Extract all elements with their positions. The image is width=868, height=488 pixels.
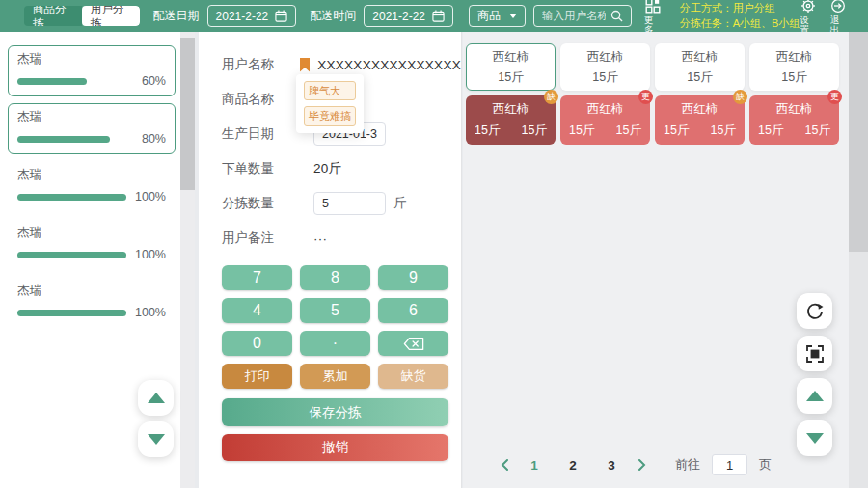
fullscreen-icon [806, 345, 824, 363]
tab-product-sorting[interactable]: 商品分拣 [24, 6, 82, 26]
user-name: 杰瑞 [17, 109, 166, 125]
backspace-icon [403, 337, 424, 351]
sidebar-scrollbar-thumb[interactable] [180, 38, 195, 190]
card-product-name: 西红柿 [493, 49, 529, 66]
task-card-sorted[interactable]: 缺 西红柿 15斤 15斤 [466, 95, 556, 145]
panel-scrollbar-thumb[interactable] [849, 32, 868, 252]
card-product-name: 西红柿 [749, 101, 839, 118]
page-unit-label: 页 [759, 456, 772, 474]
more-button[interactable]: 更多 [644, 0, 662, 34]
card-qty-sorted: 15斤 [805, 122, 830, 139]
user-remark-label: 用户备注 [222, 230, 313, 247]
page-number-2[interactable]: 2 [554, 458, 592, 473]
card-qty-ordered: 15斤 [664, 122, 689, 139]
pending-cards: 西红柿 15斤 西红柿 15斤 西红柿 15斤 西红柿 15斤 [466, 43, 839, 91]
chevron-down-icon [509, 14, 517, 18]
card-qty-ordered: 15斤 [569, 122, 594, 139]
search-input[interactable]: 输入用户名称... [542, 9, 606, 23]
order-qty-label: 下单数量 [222, 160, 313, 177]
updated-badge: 更 [827, 90, 842, 104]
delivery-date-value: 2021-2-22 [216, 10, 269, 23]
user-name: 杰瑞 [17, 167, 166, 183]
save-sorting-button[interactable]: 保存分拣 [222, 398, 448, 426]
next-page-button[interactable] [631, 459, 652, 471]
numpad-key-8[interactable]: 8 [300, 265, 370, 290]
user-list-item[interactable]: 杰瑞 100% [8, 219, 176, 270]
print-button[interactable]: 打印 [222, 364, 292, 389]
numpad-key-4[interactable]: 4 [222, 298, 292, 323]
progress-percent: 100% [135, 190, 166, 203]
card-product-name: 西红柿 [560, 101, 650, 118]
user-list-item[interactable]: 杰瑞 100% [8, 161, 176, 212]
delivery-time-label: 配送时间 [310, 8, 356, 24]
prev-page-button[interactable] [494, 459, 515, 471]
task-info-line1: 分工方式：用户分组 [680, 1, 800, 16]
task-card-pending[interactable]: 西红柿 15斤 [655, 43, 745, 91]
progress-percent: 80% [142, 132, 166, 146]
user-list-item[interactable]: 杰瑞 100% [8, 277, 176, 328]
card-qty-sorted: 15斤 [522, 122, 547, 139]
progress-percent: 100% [135, 306, 166, 319]
bookmark-icon[interactable] [300, 58, 310, 72]
panel-scrollbar[interactable] [849, 32, 868, 488]
user-tag: 脾气大 [304, 81, 356, 100]
gear-icon [800, 0, 816, 14]
tab-user-sorting[interactable]: 用户分拣 [82, 6, 140, 26]
page-number-1[interactable]: 1 [515, 458, 554, 473]
shortage-badge: 缺 [733, 90, 747, 104]
progress-percent: 60% [142, 74, 166, 88]
topbar: 商品分拣 用户分拣 配送日期 2021-2-22 配送时间 2021-2-22 [0, 0, 868, 32]
refresh-button[interactable] [797, 293, 832, 329]
panel-scroll-up-button[interactable] [797, 378, 832, 414]
numpad-key-7[interactable]: 7 [222, 265, 292, 290]
numpad-key-6[interactable]: 6 [378, 298, 448, 323]
task-card-pending[interactable]: 西红柿 15斤 [749, 43, 839, 91]
product-filter-dropdown[interactable]: 商品 [469, 5, 526, 27]
sidebar-scroll-down-button[interactable] [138, 421, 174, 457]
pagination: 1 2 3 前往 页 [494, 454, 772, 475]
task-card-sorted[interactable]: 缺 西红柿 15斤 15斤 [655, 95, 745, 145]
search-icon[interactable] [610, 10, 623, 22]
task-card-pending[interactable]: 西红柿 15斤 [560, 43, 650, 91]
card-product-name: 西红柿 [655, 101, 745, 118]
panel-scroll-down-button[interactable] [797, 420, 832, 456]
numpad-backspace-button[interactable] [378, 331, 448, 356]
task-info: 分工方式：用户分组 分拣任务：A小组、B小组 [680, 1, 800, 32]
task-card-sorted[interactable]: 更 西红柿 15斤 15斤 [560, 95, 650, 145]
goto-page-input[interactable] [712, 454, 747, 475]
page-number-3[interactable]: 3 [592, 458, 631, 473]
task-card-pending[interactable]: 西红柿 15斤 [466, 43, 556, 91]
card-qty: 15斤 [592, 69, 617, 86]
progress-bar [17, 78, 133, 85]
fullscreen-button[interactable] [797, 336, 832, 371]
sorting-detail-panel: 脾气大 毕竟难搞 用户名称 XXXXXXXXXXXXXXXX 商品名称 XXXX… [199, 32, 462, 488]
delivery-time-picker[interactable]: 2021-2-22 [364, 5, 453, 27]
settings-button[interactable]: 设置 [800, 0, 816, 34]
product-filter-label: 商品 [477, 8, 501, 24]
sidebar-scrollbar[interactable] [180, 32, 195, 488]
user-list-item[interactable]: 杰瑞 80% [8, 103, 176, 154]
delivery-date-picker[interactable]: 2021-2-22 [207, 5, 297, 27]
numpad-key-0[interactable]: 0 [222, 331, 292, 356]
sort-qty-input[interactable] [313, 192, 386, 215]
task-card-sorted[interactable]: 更 西红柿 15斤 15斤 [749, 95, 839, 145]
accumulate-button[interactable]: 累加 [300, 364, 370, 389]
progress-bar [17, 252, 126, 258]
exit-button[interactable]: 退出 [830, 0, 847, 34]
card-qty-ordered: 15斤 [758, 122, 783, 139]
user-list-item[interactable]: 杰瑞 60% [8, 45, 176, 96]
progress-bar [17, 136, 133, 143]
sorted-cards: 缺 西红柿 15斤 15斤 更 西红柿 15斤 15斤 缺 西红柿 15斤 [466, 95, 839, 145]
numpad-key-5[interactable]: 5 [300, 298, 370, 323]
user-search-box[interactable]: 输入用户名称... [533, 5, 632, 27]
delivery-time-value: 2021-2-22 [372, 10, 425, 23]
sidebar-scroll-up-button[interactable] [138, 380, 174, 416]
shortage-button[interactable]: 缺货 [378, 364, 448, 389]
mode-toggle: 商品分拣 用户分拣 [24, 6, 140, 26]
numpad-key-9[interactable]: 9 [378, 265, 448, 290]
numpad-key-dot[interactable]: · [300, 331, 370, 356]
undo-button[interactable]: 撤销 [222, 434, 448, 461]
progress-bar [17, 194, 126, 201]
goto-page-label: 前往 [675, 456, 700, 474]
triangle-up-icon [806, 391, 824, 401]
